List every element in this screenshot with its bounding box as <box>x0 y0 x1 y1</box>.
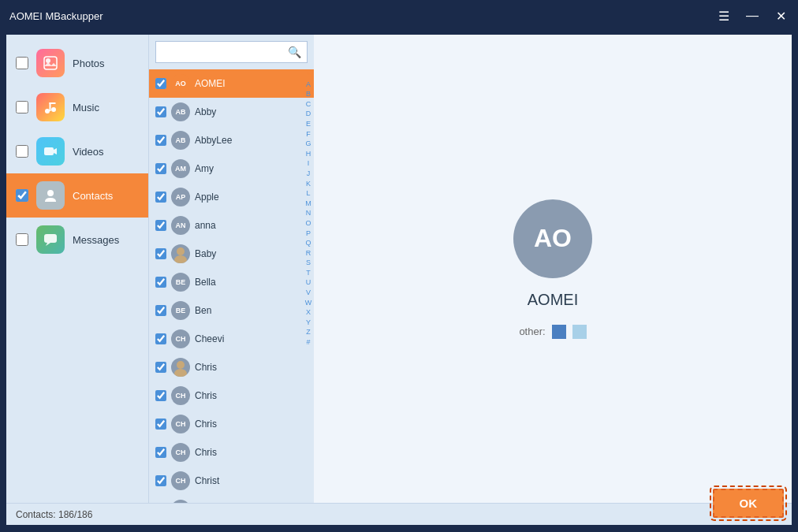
alpha-W[interactable]: W <box>305 298 312 308</box>
detail-avatar-initials: AO <box>534 224 572 253</box>
close-button[interactable]: ✕ <box>773 8 789 24</box>
contact-checkbox-anna[interactable] <box>155 220 166 231</box>
alpha-*[interactable]: * <box>307 69 310 80</box>
alpha-Q[interactable]: Q <box>305 238 311 248</box>
contact-checkbox-christ[interactable] <box>155 475 166 486</box>
contact-checkbox-apple[interactable] <box>155 192 166 203</box>
contact-name-cheevi: Cheevi <box>195 333 308 344</box>
contact-name-apple: Apple <box>195 192 308 203</box>
alpha-E[interactable]: E <box>306 119 311 129</box>
sidebar-item-photos[interactable]: Photos <box>6 41 148 85</box>
alpha-D[interactable]: D <box>306 109 311 119</box>
svg-marker-11 <box>46 243 50 246</box>
contact-checkbox-cheevi[interactable] <box>155 333 166 344</box>
alpha-L[interactable]: L <box>306 188 310 199</box>
alpha-#[interactable]: # <box>306 337 310 348</box>
contact-item-amy[interactable]: AMAmy <box>149 154 314 183</box>
alpha-U[interactable]: U <box>306 277 311 288</box>
alpha-A[interactable]: A <box>306 80 311 90</box>
alpha-M[interactable]: M <box>305 199 311 209</box>
contact-item-christ[interactable]: CHChrist <box>149 467 314 495</box>
contact-item-abby[interactable]: ABAbby <box>149 98 314 126</box>
contact-checkbox-chris1[interactable] <box>155 362 166 373</box>
contact-name-baby: Baby <box>195 248 308 259</box>
contact-item-chris1[interactable]: Chris <box>149 353 314 381</box>
contact-name-christ: Christ <box>195 475 308 486</box>
sidebar-item-music[interactable]: Music <box>6 85 148 129</box>
contact-checkbox-ben[interactable] <box>155 305 166 316</box>
contact-avatar-christina: CH <box>171 500 190 503</box>
alpha-I[interactable]: I <box>308 158 310 169</box>
sidebar-checkbox-photos[interactable] <box>16 57 28 69</box>
sidebar-checkbox-music[interactable] <box>16 101 28 113</box>
contact-item-aomei[interactable]: AOAOMEI <box>149 69 314 98</box>
contact-checkbox-chris4[interactable] <box>155 447 166 458</box>
detail-color1 <box>552 325 566 339</box>
status-text: Contacts: 186/186 <box>16 509 92 520</box>
contact-checkbox-baby[interactable] <box>155 248 166 259</box>
status-bar: Contacts: 186/186 <box>6 503 792 525</box>
alpha-X[interactable]: X <box>306 307 311 318</box>
menu-button[interactable]: ☰ <box>716 8 732 24</box>
alpha-K[interactable]: K <box>306 179 311 189</box>
contact-item-baby[interactable]: Baby <box>149 240 314 268</box>
other-label: other: <box>519 326 545 337</box>
contact-item-ben[interactable]: BEBen <box>149 296 314 325</box>
contact-checkbox-aomei[interactable] <box>155 78 166 89</box>
alpha-P[interactable]: P <box>306 229 311 239</box>
title-bar-controls: ☰ — ✕ <box>716 8 789 24</box>
sidebar-label-messages: Messages <box>73 234 119 246</box>
sidebar-checkbox-contacts[interactable] <box>16 189 28 202</box>
main-window: PhotosMusicVideosContactsMessages 🔍 AOAO… <box>6 35 792 525</box>
contact-checkbox-chris2[interactable] <box>155 390 166 401</box>
contact-avatar-chris4: CH <box>171 443 190 462</box>
search-input[interactable] <box>155 41 308 63</box>
alpha-Y[interactable]: Y <box>306 318 311 328</box>
contact-checkbox-abbylee[interactable] <box>155 135 166 146</box>
contact-item-chris4[interactable]: CHChris <box>149 438 314 467</box>
contact-item-apple[interactable]: APApple <box>149 183 314 211</box>
contact-name-anna: anna <box>195 220 308 231</box>
sidebar-checkbox-messages[interactable] <box>16 233 28 246</box>
svg-point-12 <box>177 247 185 255</box>
contact-checkbox-abby[interactable] <box>155 106 166 117</box>
alpha-F[interactable]: F <box>306 129 311 140</box>
alpha-N[interactable]: N <box>306 208 311 218</box>
sidebar-item-messages[interactable]: Messages <box>6 218 148 262</box>
alpha-H[interactable]: H <box>306 149 311 159</box>
alpha-C[interactable]: C <box>306 99 311 110</box>
sidebar-label-contacts: Contacts <box>73 190 113 202</box>
alpha-G[interactable]: G <box>305 139 311 149</box>
contact-item-abbylee[interactable]: ABAbbyLee <box>149 126 314 154</box>
minimize-button[interactable]: — <box>744 8 760 24</box>
svg-rect-1 <box>44 57 57 69</box>
svg-rect-6 <box>50 102 56 104</box>
alpha-T[interactable]: T <box>306 268 311 278</box>
ok-button[interactable]: OK <box>713 489 785 518</box>
contact-checkbox-bella[interactable] <box>155 277 166 288</box>
contact-checkbox-chris3[interactable] <box>155 419 166 430</box>
sidebar-label-videos: Videos <box>73 146 104 158</box>
contact-item-chris3[interactable]: CHChris <box>149 410 314 438</box>
sidebar-item-videos[interactable]: Videos <box>6 129 148 173</box>
contacts-panel: 🔍 AOAOMEIABAbbyABAbbyLeeAMAmyAPAppleANan… <box>148 35 314 503</box>
alpha-R[interactable]: R <box>306 248 311 259</box>
alpha-O[interactable]: O <box>305 218 311 229</box>
contact-item-cheevi[interactable]: CHCheevi <box>149 325 314 353</box>
alpha-B[interactable]: B <box>306 89 311 99</box>
search-bar: 🔍 <box>149 35 314 69</box>
sidebar-item-contacts[interactable]: Contacts <box>6 173 148 218</box>
contact-avatar-ben: BE <box>171 301 190 320</box>
alpha-J[interactable]: J <box>307 169 311 179</box>
contact-item-chris2[interactable]: CHChris <box>149 381 314 410</box>
contact-item-bella[interactable]: BEBella <box>149 268 314 296</box>
alpha-S[interactable]: S <box>306 258 311 268</box>
svg-rect-7 <box>44 147 54 155</box>
sidebar: PhotosMusicVideosContactsMessages <box>6 35 148 503</box>
alpha-Z[interactable]: Z <box>306 327 311 337</box>
alpha-V[interactable]: V <box>306 288 311 298</box>
contact-item-anna[interactable]: ANanna <box>149 211 314 240</box>
contact-item-christina[interactable]: CHChristina <box>149 495 314 503</box>
contact-checkbox-amy[interactable] <box>155 163 166 174</box>
sidebar-checkbox-videos[interactable] <box>16 145 28 158</box>
